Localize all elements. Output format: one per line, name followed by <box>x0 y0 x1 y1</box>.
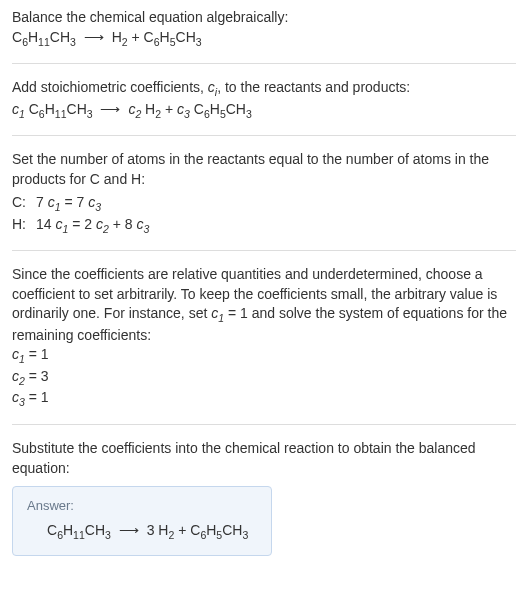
t: 14 <box>36 216 55 232</box>
t: C <box>12 29 22 45</box>
t: 2 <box>84 216 96 232</box>
v: = 1 <box>25 389 49 405</box>
t: H <box>210 101 220 117</box>
arrow: ⟶ <box>115 522 143 538</box>
step-5-text: Substitute the coefficients into the che… <box>12 439 516 478</box>
t: C <box>144 29 154 45</box>
c3: c3 <box>177 101 190 117</box>
s: 3 <box>143 223 149 235</box>
s: 3 <box>196 35 202 47</box>
c2: c2 <box>128 101 141 117</box>
intro-text: Balance the chemical equation algebraica… <box>12 8 516 28</box>
t: 7 <box>36 194 48 210</box>
plus: + <box>174 522 190 538</box>
reactant-1: C6H11CH3 <box>12 29 76 45</box>
c1: c1 <box>12 101 25 117</box>
arrow: ⟶ <box>80 29 108 45</box>
carbon-label: C: <box>12 193 36 214</box>
eq: = <box>68 216 84 232</box>
s: 3 <box>184 107 190 119</box>
t: c <box>12 346 19 362</box>
t: 8 <box>125 216 137 232</box>
solution-c1: c1 = 1 <box>12 345 516 366</box>
answer-label: Answer: <box>27 497 257 515</box>
s: 3 <box>242 529 248 541</box>
t: H <box>206 522 216 538</box>
s: 11 <box>55 107 67 119</box>
s: 3 <box>95 201 101 213</box>
plus: + <box>128 29 144 45</box>
product-1: H2 <box>145 101 161 117</box>
step-3-text: Set the number of atoms in the reactants… <box>12 150 516 189</box>
t: C <box>47 522 57 538</box>
t: c <box>96 216 103 232</box>
solution-c2: c2 = 3 <box>12 367 516 388</box>
t: C <box>194 101 204 117</box>
reactant-1: C6H11CH3 <box>47 522 111 538</box>
t: CH <box>85 522 105 538</box>
c: c1 <box>55 216 68 232</box>
c1: c1 <box>211 305 224 321</box>
t: CH <box>67 101 87 117</box>
atom-equations: C: 7 c1 = 7 c3 H: 14 c1 = 2 c2 + 8 c3 <box>12 193 159 236</box>
c: c1 <box>12 346 25 362</box>
product-2: C6H5CH3 <box>190 522 248 538</box>
s: 1 <box>19 107 25 119</box>
c: c3 <box>136 216 149 232</box>
equation-2: c1 C6H11CH3 ⟶ c2 H2 + c3 C6H5CH3 <box>12 100 516 121</box>
product-1: H2 <box>112 29 128 45</box>
c: c2 <box>12 368 25 384</box>
t: H <box>28 29 38 45</box>
t: CH <box>226 101 246 117</box>
s: 3 <box>70 35 76 47</box>
s: 2 <box>135 107 141 119</box>
s: 3 <box>87 107 93 119</box>
t: CH <box>50 29 70 45</box>
hydrogen-row: H: 14 c1 = 2 c2 + 8 c3 <box>12 215 159 236</box>
c: c1 <box>48 194 61 210</box>
answer-box: Answer: C6H11CH3 ⟶ 3 H2 + C6H5CH3 <box>12 486 272 556</box>
v: = 1 <box>25 346 49 362</box>
c: c3 <box>12 389 25 405</box>
t: CH <box>176 29 196 45</box>
hydrogen-eq: 14 c1 = 2 c2 + 8 c3 <box>36 215 159 236</box>
plus: + <box>161 101 177 117</box>
t: c <box>12 101 19 117</box>
product-2: C6H5CH3 <box>194 101 252 117</box>
solution-c3: c3 = 1 <box>12 388 516 409</box>
carbon-eq: 7 c1 = 7 c3 <box>36 193 159 214</box>
equation-1: C6H11CH3 ⟶ H2 + C6H5CH3 <box>12 28 516 49</box>
carbon-row: C: 7 c1 = 7 c3 <box>12 193 159 214</box>
answer-equation: C6H11CH3 ⟶ 3 H2 + C6H5CH3 <box>27 521 257 542</box>
t: c <box>12 389 19 405</box>
t: , to the reactants and products: <box>217 79 410 95</box>
t: Add stoichiometric coefficients, <box>12 79 208 95</box>
t: H <box>112 29 122 45</box>
t: C <box>190 522 200 538</box>
t: c <box>208 79 215 95</box>
s: 3 <box>105 529 111 541</box>
t: H <box>45 101 55 117</box>
t: 7 <box>77 194 89 210</box>
t: H <box>145 101 155 117</box>
divider <box>12 63 516 64</box>
c: c2 <box>96 216 109 232</box>
plus: + <box>109 216 125 232</box>
arrow: ⟶ <box>96 101 124 117</box>
s: 11 <box>38 35 50 47</box>
coef: 3 <box>147 522 159 538</box>
step-2-text: Add stoichiometric coefficients, ci, to … <box>12 78 516 99</box>
c: c3 <box>88 194 101 210</box>
step-4-text: Since the coefficients are relative quan… <box>12 265 516 345</box>
t: H <box>158 522 168 538</box>
t: c <box>48 194 55 210</box>
v: = 3 <box>25 368 49 384</box>
divider <box>12 424 516 425</box>
t: c <box>177 101 184 117</box>
product-2: C6H5CH3 <box>144 29 202 45</box>
t: H <box>160 29 170 45</box>
s: 3 <box>246 107 252 119</box>
ci: ci <box>208 79 217 95</box>
t: c <box>12 368 19 384</box>
product-1: H2 <box>158 522 174 538</box>
